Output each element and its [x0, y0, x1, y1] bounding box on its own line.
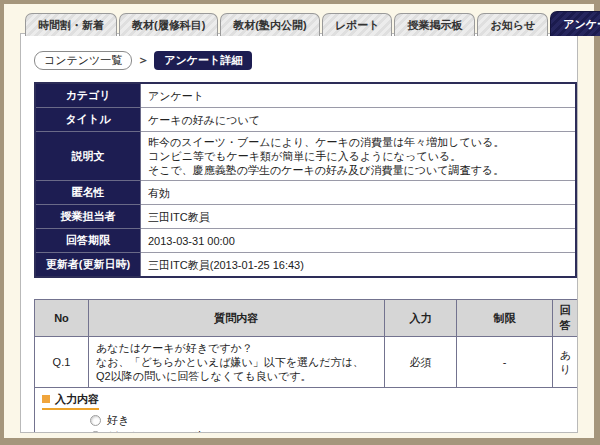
detail-value: 2013-03-31 00:00: [141, 229, 577, 253]
question-answer-flag: あり: [552, 337, 578, 388]
question-row-q1: Q.1 あなたはケーキが好きですか？ なお、「どちらかといえば嫌い」以下を選んだ…: [35, 337, 579, 388]
detail-label: 回答期限: [35, 229, 141, 253]
orange-square-icon: [42, 395, 50, 403]
content-list-button[interactable]: コンテンツ一覧: [34, 51, 132, 70]
detail-value: ケーキの好みについて: [141, 108, 577, 132]
tab-report[interactable]: レポート: [322, 13, 393, 36]
page-frame: 時間割・新着 教材(履修科目) 教材(塾内公開) レポート 授業掲示板 お知らせ…: [0, 0, 600, 445]
detail-label: カテゴリ: [35, 83, 141, 108]
radio-button-icon[interactable]: [90, 415, 101, 426]
question-no: Q.1: [35, 337, 89, 388]
question-limit: -: [457, 337, 552, 388]
header-question-content: 質問内容: [88, 300, 384, 337]
answer-radio-group: 好き どちらかといえば好き どちらでもない: [90, 414, 571, 433]
detail-row-instructor: 授業担当者 三田ITC教員: [35, 205, 576, 229]
question-table-header-row: No 質問内容 入力 制限 回答: [35, 300, 579, 337]
input-content-row: 入力内容 好き どちらかといえば好き: [35, 388, 579, 434]
detail-label: 説明文: [35, 132, 141, 181]
content-panel: コンテンツ一覧 ＞ アンケート詳細 カテゴリ アンケート タイトル ケーキの好み…: [20, 33, 578, 433]
input-content-heading: 入力内容: [42, 392, 99, 410]
header-no: No: [35, 300, 89, 337]
tab-materials-school-public[interactable]: 教材(塾内公開): [220, 13, 319, 36]
radio-option-label[interactable]: どちらかといえば好き: [107, 430, 219, 433]
detail-label: 更新者(更新日時): [35, 253, 141, 278]
detail-value: 三田ITC教員: [141, 205, 577, 229]
detail-row-category: カテゴリ アンケート: [35, 83, 576, 108]
radio-option-somewhat-like[interactable]: どちらかといえば好き: [90, 430, 571, 433]
tab-materials-registered-courses[interactable]: 教材(履修科目): [119, 13, 218, 36]
radio-option-like[interactable]: 好き: [90, 414, 571, 427]
question-text: あなたはケーキが好きですか？ なお、「どちらかといえば嫌い」以下を選んだ方は、Q…: [88, 337, 384, 388]
detail-value: 昨今のスイーツ・ブームにより、ケーキの消費量は年々増加している。 コンビニ等でも…: [141, 132, 577, 181]
detail-row-updater: 更新者(更新日時) 三田ITC教員(2013-01-25 16:43): [35, 253, 576, 278]
detail-row-deadline: 回答期限 2013-03-31 00:00: [35, 229, 576, 253]
radio-option-label[interactable]: 好き: [107, 414, 129, 427]
tab-news[interactable]: お知らせ: [477, 13, 548, 36]
detail-label: タイトル: [35, 108, 141, 132]
detail-row-anonymity: 匿名性 有効: [35, 181, 576, 205]
detail-value: 三田ITC教員(2013-01-25 16:43): [141, 253, 577, 278]
tab-timetable-new[interactable]: 時間割・新着: [25, 13, 117, 36]
detail-row-description: 説明文 昨今のスイーツ・ブームにより、ケーキの消費量は年々増加している。 コンビ…: [35, 132, 576, 181]
survey-detail-table: カテゴリ アンケート タイトル ケーキの好みについて 説明文 昨今のスイーツ・ブ…: [34, 82, 577, 278]
header-answer: 回答: [552, 300, 578, 337]
radio-button-icon[interactable]: [90, 431, 101, 433]
survey-detail-badge: アンケート詳細: [154, 51, 252, 70]
detail-value: アンケート: [141, 83, 577, 108]
tab-survey[interactable]: アンケート: [550, 11, 600, 36]
question-table: No 質問内容 入力 制限 回答 Q.1 あなたはケーキが好きですか？ なお、「…: [34, 299, 578, 433]
input-content-heading-label: 入力内容: [55, 392, 99, 406]
detail-row-title: タイトル ケーキの好みについて: [35, 108, 576, 132]
detail-label: 匿名性: [35, 181, 141, 205]
detail-label: 授業担当者: [35, 205, 141, 229]
header-limit: 制限: [457, 300, 552, 337]
question-input-flag: 必須: [384, 337, 457, 388]
tab-bar: 時間割・新着 教材(履修科目) 教材(塾内公開) レポート 授業掲示板 お知らせ…: [25, 11, 600, 36]
detail-value: 有効: [141, 181, 577, 205]
input-content-cell: 入力内容 好き どちらかといえば好き: [35, 388, 579, 434]
tab-class-board[interactable]: 授業掲示板: [394, 13, 475, 36]
header-input: 入力: [384, 300, 457, 337]
breadcrumb: コンテンツ一覧 ＞ アンケート詳細: [34, 51, 577, 70]
breadcrumb-separator-icon: ＞: [137, 52, 149, 69]
